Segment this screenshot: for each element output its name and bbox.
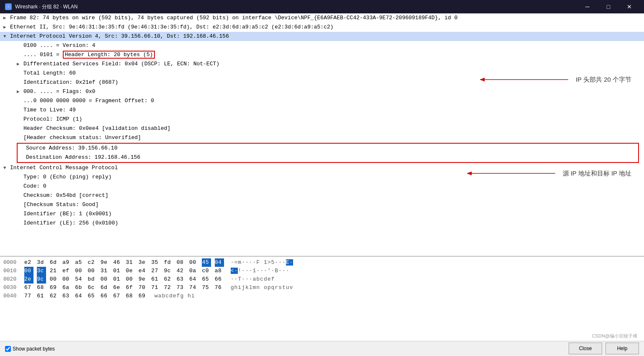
ipv4-text: Internet Protocol Version 4, Src: 39.156… <box>10 33 229 39</box>
ip-version-row[interactable]: 0100 .... = Version: 4 <box>0 41 644 50</box>
packet-detail-panel[interactable]: Frame 82: 74 bytes on wire (592 bits), 7… <box>0 13 644 256</box>
hex-byte: 63 <box>177 275 186 284</box>
icmp-id-le-text: Identifier (LE): 256 (0x0100) <box>23 220 118 226</box>
hex-byte-hl: 04 <box>215 258 224 267</box>
ip-flags-expand-icon[interactable] <box>17 88 23 96</box>
hex-byte: 68 <box>126 292 135 300</box>
hex-byte: 00 <box>62 275 72 284</box>
maximize-button[interactable]: □ <box>599 0 618 13</box>
show-bytes-label: Show packet bytes <box>13 346 55 352</box>
icmp-checksum-row[interactable]: Checksum: 0x54bd [correct] <box>0 191 644 200</box>
hex-byte: 65 <box>202 275 211 284</box>
hex-byte: 0a <box>189 267 198 275</box>
ip-proto-text: Protocol: ICMP (1) <box>23 116 82 122</box>
hex-bytes-0: e2 3d 6d a9 a5 c2 9e 46 31 3e 35 fd 08 0… <box>24 258 224 267</box>
close-button[interactable]: ✕ <box>620 0 639 13</box>
icmp-expand-icon[interactable] <box>3 164 9 172</box>
icmp-id-be-row[interactable]: Identifier (BE): 1 (0x0001) <box>0 209 644 219</box>
ip-ttl-row[interactable]: Time to Live: 49 <box>0 106 644 115</box>
hex-byte-hl: 9c <box>37 275 46 284</box>
hex-byte: 75 <box>202 284 211 292</box>
hex-byte: 77 <box>24 292 33 300</box>
hex-byte: 66 <box>215 275 224 284</box>
close-button[interactable]: Close <box>569 343 602 354</box>
hex-byte: 00 <box>75 267 84 275</box>
ip-flags-row[interactable]: 000. .... = Flags: 0x0 <box>0 87 644 96</box>
hex-byte: 35 <box>151 258 160 267</box>
hex-offset-3: 0030 <box>3 284 24 292</box>
ip-checksum-status-row[interactable]: [Header checksum status: Unverified] <box>0 133 644 142</box>
icmp-code-row[interactable]: Code: 0 <box>0 182 644 191</box>
bottom-bar: Show packet bytes Close Help <box>0 341 644 356</box>
watermark: CSDN@编小完犊子傅 <box>592 333 637 339</box>
hex-byte: 01 <box>113 267 122 275</box>
hex-ascii-4: wabcdefg hi <box>155 292 195 300</box>
hex-byte: 67 <box>113 292 122 300</box>
hex-byte: 73 <box>177 284 186 292</box>
ethernet-text: Ethernet II, Src: 9e:46:31:3e:35:fd (9e:… <box>10 24 333 30</box>
hex-byte: a5 <box>75 258 84 267</box>
hex-offset-2: 0020 <box>3 275 24 284</box>
hlen-box: Header Length: 20 bytes (5) <box>63 51 155 59</box>
icmp-text: Internet Control Message Protocol <box>10 165 118 171</box>
icmp-row[interactable]: Internet Control Message Protocol <box>0 163 644 173</box>
hex-dump-panel[interactable]: 0000 e2 3d 6d a9 a5 c2 9e 46 31 3e 35 fd… <box>0 256 644 341</box>
icmp-type-row[interactable]: Type: 0 (Echo (ping) reply) <box>0 173 644 182</box>
ip-dscp-text: Differentiated Services Field: 0x04 (DSC… <box>23 61 219 67</box>
hex-byte: 70 <box>139 284 148 292</box>
hex-bytes-3: 67 68 69 6a 6b 6c 6d 6e 6f 70 71 72 73 7… <box>24 284 224 292</box>
hex-byte: 71 <box>151 284 160 292</box>
ip-src-row[interactable]: Source Address: 39.156.66.10 <box>18 144 638 153</box>
hex-byte: 72 <box>164 284 173 292</box>
ipv4-expand-icon[interactable] <box>3 32 9 41</box>
hex-byte: 54 <box>75 275 84 284</box>
hex-byte: 46 <box>113 258 122 267</box>
svg-point-1 <box>7 5 10 8</box>
hex-byte: 67 <box>24 284 33 292</box>
ip-proto-row[interactable]: Protocol: ICMP (1) <box>0 115 644 124</box>
hex-byte: a8 <box>215 267 224 275</box>
ip-dscp-expand-icon[interactable] <box>17 60 23 68</box>
hex-byte: fd <box>164 258 173 267</box>
icmp-checksum-text: Checksum: 0x54bd [correct] <box>23 192 108 199</box>
hex-byte: 62 <box>164 275 173 284</box>
ethernet-expand-icon[interactable] <box>3 23 9 31</box>
ip-frag-row[interactable]: ...0 0000 0000 0000 = Fragment Offset: 0 <box>0 96 644 106</box>
help-button[interactable]: Help <box>605 343 639 354</box>
hex-byte: 69 <box>50 284 59 292</box>
window-controls: ─ □ ✕ <box>578 0 639 13</box>
hex-row-0040: 0040 77 61 62 63 64 65 66 67 68 69 wabcd… <box>3 292 641 300</box>
show-bytes-checkbox[interactable] <box>5 346 11 352</box>
icmp-id-le-row[interactable]: Identifier (LE): 256 (0x0100) <box>0 219 644 228</box>
icmp-checksum-status-row[interactable]: [Checksum Status: Good] <box>0 200 644 209</box>
hex-byte: 63 <box>62 292 72 300</box>
icmp-type-text: Type: 0 (Echo (ping) reply) <box>23 174 112 180</box>
hex-byte: 01 <box>113 275 122 284</box>
minimize-button[interactable]: ─ <box>578 0 597 13</box>
ip-checksum-row[interactable]: Header Checksum: 0x0ee4 [validation disa… <box>0 124 644 133</box>
hex-offset-1: 0010 <box>3 267 24 275</box>
src-dst-box: Source Address: 39.156.66.10 Destination… <box>17 143 639 163</box>
hex-bytes-4: 77 61 62 63 64 65 66 67 68 69 <box>24 292 148 300</box>
hex-byte: 6a <box>62 284 72 292</box>
frame-row[interactable]: Frame 82: 74 bytes on wire (592 bits), 7… <box>0 13 644 23</box>
frame-expand-icon[interactable] <box>3 14 9 22</box>
ip-dscp-row[interactable]: Differentiated Services Field: 0x04 (DSC… <box>0 59 644 69</box>
ip-len-row[interactable]: Total Length: 60 <box>0 69 644 78</box>
ip-id-row[interactable]: Identification: 0x21ef (8687) <box>0 78 644 87</box>
ipv4-row[interactable]: Internet Protocol Version 4, Src: 39.156… <box>0 32 644 41</box>
ethernet-row[interactable]: Ethernet II, Src: 9e:46:31:3e:35:fd (9e:… <box>0 23 644 32</box>
hex-byte: 00 <box>126 275 135 284</box>
ip-hlen-row[interactable]: .... 0101 = Header Length: 20 bytes (5) <box>0 50 644 59</box>
hex-byte: 64 <box>189 275 198 284</box>
ip-hlen-text: .... 0101 = Header Length: 20 bytes (5) <box>23 51 155 59</box>
hex-byte: 3d <box>37 258 46 267</box>
hex-byte: a9 <box>62 258 72 267</box>
ip-dst-row[interactable]: Destination Address: 192.168.46.156 <box>18 153 638 162</box>
hex-byte: 65 <box>88 292 97 300</box>
hex-byte: e4 <box>139 267 148 275</box>
hex-bytes-1: 00 3c 21 ef 00 00 31 01 0e e4 27 9c 42 0… <box>24 267 224 275</box>
hex-byte: 9c <box>164 267 173 275</box>
ip-flags-text: 000. .... = Flags: 0x0 <box>23 88 95 95</box>
hex-byte: 6d <box>100 284 110 292</box>
